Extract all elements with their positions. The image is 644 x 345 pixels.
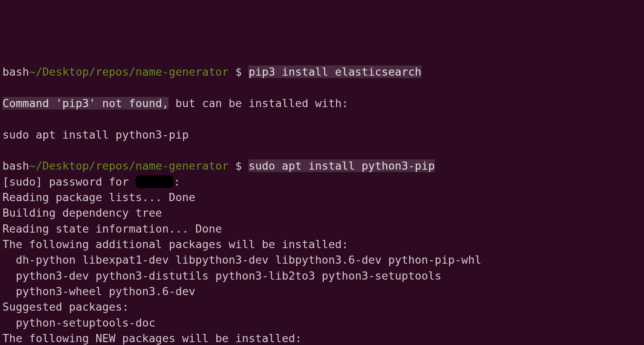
error-not-found: Command 'pip3' not found, <box>2 97 169 110</box>
sudo-prompt-suffix: : <box>173 175 180 188</box>
redacted-username: xxxxx <box>135 175 173 188</box>
apt-output-line: The following additional packages will b… <box>2 238 348 251</box>
shell-label: bash <box>2 159 29 172</box>
apt-output-line: python3-wheel python3.6-dev <box>2 285 195 298</box>
shell-label: bash <box>2 65 29 78</box>
terminal-content[interactable]: bash~/Desktop/repos/name-generator $ pip… <box>2 64 642 345</box>
install-suggestion: sudo apt install python3-pip <box>2 128 189 141</box>
apt-output-line: python-setuptools-doc <box>2 316 155 329</box>
command-apt-install: sudo apt install python3-pip <box>248 159 435 172</box>
command-pip-install: pip3 install elasticsearch <box>248 65 421 78</box>
apt-output-line: python3-dev python3-distutils python3-li… <box>2 269 441 282</box>
apt-output-line: Building dependency tree <box>2 206 162 219</box>
apt-output-line: dh-python libexpat1-dev libpython3-dev l… <box>2 253 481 266</box>
sudo-prompt-prefix: [sudo] password for <box>2 175 135 188</box>
prompt-symbol: $ <box>229 159 249 172</box>
terminal-window[interactable]: { "prompt1": { "shell": "bash", "path": … <box>0 0 644 345</box>
cwd-path: ~/Desktop/repos/name-generator <box>29 65 229 78</box>
apt-output-line: Reading state information... Done <box>2 222 222 235</box>
error-rest: but can be installed with: <box>169 97 348 110</box>
apt-output-line: Reading package lists... Done <box>2 191 195 204</box>
apt-output-line: The following NEW packages will be insta… <box>2 332 302 345</box>
prompt-symbol: $ <box>229 65 249 78</box>
cwd-path: ~/Desktop/repos/name-generator <box>29 159 229 172</box>
apt-output-line: Suggested packages: <box>2 300 129 313</box>
